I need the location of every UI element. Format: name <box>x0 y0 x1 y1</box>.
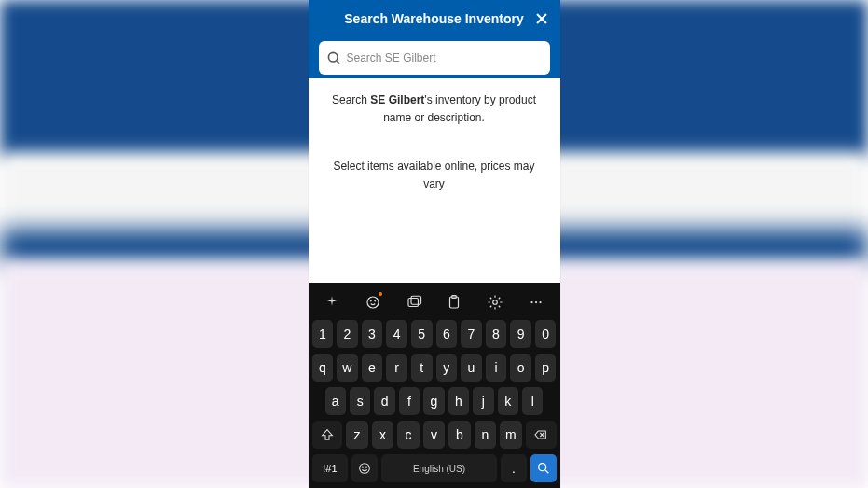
home-letter-row: a s d f g h j k l <box>312 387 557 415</box>
period-key[interactable]: . <box>501 454 527 482</box>
close-button[interactable] <box>532 9 551 28</box>
key-o[interactable]: o <box>510 354 531 382</box>
emoji-key[interactable] <box>351 454 378 482</box>
key-w[interactable]: w <box>337 354 358 382</box>
svg-point-15 <box>538 464 545 471</box>
shift-key[interactable] <box>312 421 343 449</box>
warehouse-name: SE Gilbert <box>370 93 424 106</box>
key-q[interactable]: q <box>312 354 334 382</box>
key-y[interactable]: y <box>436 354 458 382</box>
key-c[interactable]: c <box>397 421 419 449</box>
clipboard-icon[interactable] <box>440 291 468 314</box>
svg-point-14 <box>365 467 366 467</box>
search-field-container[interactable] <box>319 41 550 75</box>
info-text: Search SE Gilbert's inventory by product… <box>324 91 545 126</box>
symbols-key[interactable]: !#1 <box>312 454 349 482</box>
emoji-icon <box>357 461 372 476</box>
top-letter-row: q w e r t y u i o p <box>312 354 557 382</box>
key-4[interactable]: 4 <box>386 320 407 348</box>
key-l[interactable]: l <box>522 387 543 415</box>
gif-icon[interactable] <box>400 291 428 314</box>
key-5[interactable]: 5 <box>411 320 433 348</box>
svg-point-13 <box>362 467 363 467</box>
backspace-icon <box>533 427 548 442</box>
key-6[interactable]: 6 <box>436 320 458 348</box>
svg-point-11 <box>539 301 541 303</box>
sparkle-icon[interactable] <box>318 291 346 314</box>
key-d[interactable]: d <box>374 387 394 415</box>
header-bar: Search Warehouse Inventory <box>309 0 560 78</box>
shift-icon <box>320 427 335 442</box>
key-7[interactable]: 7 <box>461 320 482 348</box>
key-m[interactable]: m <box>500 421 521 449</box>
close-icon <box>532 9 551 28</box>
page-title: Search Warehouse Inventory <box>344 11 523 26</box>
key-a[interactable]: a <box>325 387 346 415</box>
key-e[interactable]: e <box>362 354 383 382</box>
search-input[interactable] <box>347 51 543 64</box>
search-key[interactable] <box>530 454 557 482</box>
key-k[interactable]: k <box>498 387 518 415</box>
key-x[interactable]: x <box>372 421 393 449</box>
key-p[interactable]: p <box>535 354 557 382</box>
key-r[interactable]: r <box>386 354 407 382</box>
bottom-letter-row: z x c v b n m <box>312 421 557 449</box>
key-f[interactable]: f <box>399 387 420 415</box>
bottom-fn-row: !#1 English (US) . <box>312 454 557 482</box>
svg-point-10 <box>534 301 536 303</box>
key-0[interactable]: 0 <box>535 320 557 348</box>
backspace-key[interactable] <box>526 421 557 449</box>
key-b[interactable]: b <box>448 421 470 449</box>
key-2[interactable]: 2 <box>337 320 358 348</box>
search-key-icon <box>536 461 551 476</box>
key-v[interactable]: v <box>423 421 445 449</box>
svg-point-8 <box>493 300 498 305</box>
svg-point-9 <box>530 301 532 303</box>
key-t[interactable]: t <box>411 354 433 382</box>
content-area: Search SE Gilbert's inventory by product… <box>309 78 560 283</box>
emoji-toolbar-icon[interactable] <box>359 291 387 314</box>
key-j[interactable]: j <box>473 387 493 415</box>
key-i[interactable]: i <box>486 354 507 382</box>
space-key[interactable]: English (US) <box>381 454 497 482</box>
disclaimer-text: Select items available online, prices ma… <box>324 158 545 192</box>
phone-frame: Search Warehouse Inventory Search SE Gil… <box>309 0 560 488</box>
key-h[interactable]: h <box>448 387 469 415</box>
svg-point-12 <box>360 464 370 474</box>
key-1[interactable]: 1 <box>312 320 334 348</box>
svg-rect-5 <box>411 296 421 304</box>
search-icon <box>326 50 341 65</box>
key-z[interactable]: z <box>346 421 367 449</box>
key-n[interactable]: n <box>475 421 496 449</box>
key-u[interactable]: u <box>461 354 482 382</box>
key-9[interactable]: 9 <box>510 320 531 348</box>
svg-point-0 <box>328 52 338 62</box>
keyboard-toolbar <box>309 288 560 316</box>
number-row: 1 2 3 4 5 6 7 8 9 0 <box>312 320 557 348</box>
key-3[interactable]: 3 <box>362 320 383 348</box>
gear-icon[interactable] <box>481 291 509 314</box>
soft-keyboard: 1 2 3 4 5 6 7 8 9 0 q w e r t y u i o <box>309 283 560 488</box>
svg-point-3 <box>375 300 376 301</box>
svg-point-2 <box>370 300 371 301</box>
svg-point-1 <box>367 297 379 308</box>
svg-rect-4 <box>408 299 419 307</box>
key-s[interactable]: s <box>350 387 370 415</box>
key-g[interactable]: g <box>423 387 444 415</box>
more-icon[interactable] <box>522 291 550 314</box>
key-8[interactable]: 8 <box>486 320 507 348</box>
